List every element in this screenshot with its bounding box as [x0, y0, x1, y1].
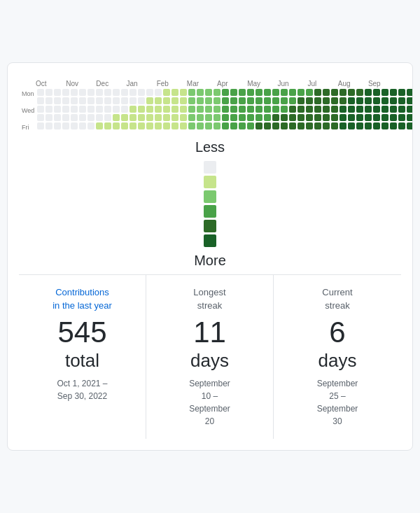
- heatmap-cell: [264, 114, 271, 121]
- heatmap-cell: [155, 89, 162, 96]
- heatmap-cell: [205, 122, 212, 129]
- heatmap-cell: [230, 89, 237, 96]
- heatmap-cell: [247, 114, 254, 121]
- heatmap-cell: [197, 89, 204, 96]
- heatmap-cell: [113, 106, 120, 113]
- heatmap-cell: [407, 106, 413, 113]
- legend-box: [204, 190, 216, 203]
- heatmap-cell: [214, 114, 220, 121]
- heatmap-cell: [356, 89, 363, 96]
- heatmap-cell: [54, 114, 61, 121]
- day-mon: Mon: [22, 90, 36, 97]
- stat-longest-unit: days: [155, 350, 265, 372]
- heatmap-cell: [79, 114, 86, 121]
- heatmap-cell: [54, 122, 61, 129]
- month-jan: Jan: [127, 80, 157, 87]
- heatmap-cell: [37, 114, 44, 121]
- month-nov: Nov: [66, 80, 96, 87]
- heatmap-cell: [331, 97, 338, 104]
- heatmap-col: [306, 89, 313, 131]
- heatmap-cell: [289, 114, 296, 121]
- heatmap-cell: [121, 89, 128, 96]
- month-sep: Sep: [368, 80, 398, 87]
- legend-box: [204, 220, 216, 232]
- heatmap-cell: [71, 106, 78, 113]
- heatmap-cell: [323, 122, 330, 129]
- heatmap-col: [172, 89, 178, 131]
- month-may: May: [247, 80, 277, 87]
- day-wed: Wed: [22, 107, 36, 114]
- stat-contributions-sub: Oct 1, 2021 –Sep 30, 2022: [27, 377, 137, 402]
- heatmap-cell: [113, 114, 120, 121]
- heatmap-cell: [46, 106, 52, 113]
- heatmap-cell: [390, 106, 397, 113]
- heatmap-cell: [323, 106, 330, 113]
- heatmap-cell: [180, 97, 187, 104]
- heatmap-cell: [348, 89, 355, 96]
- heatmap-cell: [230, 114, 237, 121]
- heatmap-cell: [348, 114, 355, 121]
- heatmap-cell: [172, 89, 178, 96]
- heatmap-section: Oct Nov Dec Jan Feb Mar Apr May Jun Jul …: [19, 74, 401, 131]
- heatmap-cell: [398, 89, 405, 96]
- stat-longest-sub: September10 –September20: [155, 377, 265, 428]
- legend-section: Less More: [19, 139, 401, 269]
- heatmap-col: [188, 89, 195, 131]
- heatmap-cell: [407, 122, 413, 129]
- heatmap-cell: [365, 122, 372, 129]
- heatmap-cell: [188, 114, 195, 121]
- heatmap-col: [46, 89, 52, 131]
- stat-current-label: Currentstreak: [282, 286, 393, 311]
- heatmap-cell: [398, 122, 405, 129]
- heatmap-col: [104, 89, 111, 131]
- heatmap-cell: [281, 114, 288, 121]
- heatmap-col: [314, 89, 321, 131]
- month-jun: Jun: [277, 80, 307, 87]
- heatmap-cell: [247, 106, 254, 113]
- heatmap-cell: [340, 114, 346, 121]
- heatmap-cell: [323, 89, 330, 96]
- heatmap-cell: [71, 114, 78, 121]
- heatmap-cell: [37, 89, 44, 96]
- heatmap-cell: [197, 122, 204, 129]
- heatmap-col: [54, 89, 61, 131]
- day-thu: [22, 115, 36, 122]
- heatmap-col: [264, 89, 271, 131]
- heatmap-cell: [348, 97, 355, 104]
- heatmap-cell: [222, 122, 229, 129]
- heatmap-cell: [382, 114, 388, 121]
- heatmap-cell: [272, 89, 279, 96]
- heatmap-cell: [180, 114, 187, 121]
- heatmap-cell: [255, 89, 262, 96]
- heatmap-cell: [390, 122, 397, 129]
- heatmap-cell: [121, 106, 128, 113]
- stat-current-streak: Currentstreak 6 days September25 –Septem…: [274, 275, 401, 438]
- heatmap-cell: [96, 106, 103, 113]
- heatmap-cell: [172, 122, 178, 129]
- heatmap-cell: [163, 97, 170, 104]
- month-labels: Oct Nov Dec Jan Feb Mar Apr May Jun Jul …: [36, 80, 398, 87]
- heatmap-cell: [264, 122, 271, 129]
- stat-contributions-unit: total: [27, 350, 137, 372]
- heatmap-cell: [306, 114, 313, 121]
- heatmap-cell: [163, 106, 170, 113]
- heatmap-cell: [62, 114, 69, 121]
- heatmap-cell: [398, 97, 405, 104]
- heatmap-cell: [247, 122, 254, 129]
- heatmap-cell: [71, 89, 78, 96]
- stats-grid: Contributionsin the last year 545 total …: [19, 274, 401, 438]
- heatmap-cell: [155, 122, 162, 129]
- heatmap-col: [407, 89, 413, 131]
- heatmap-cell: [79, 122, 86, 129]
- heatmap-cell: [382, 106, 388, 113]
- heatmap-cell: [188, 122, 195, 129]
- heatmap-cell: [356, 122, 363, 129]
- heatmap-cell: [239, 114, 246, 121]
- heatmap-cell: [62, 122, 69, 129]
- heatmap-cell: [230, 122, 237, 129]
- heatmap-col: [121, 89, 128, 131]
- heatmap-cell: [62, 97, 69, 104]
- heatmap-cell: [398, 114, 405, 121]
- heatmap-cell: [306, 122, 313, 129]
- heatmap-cell: [71, 122, 78, 129]
